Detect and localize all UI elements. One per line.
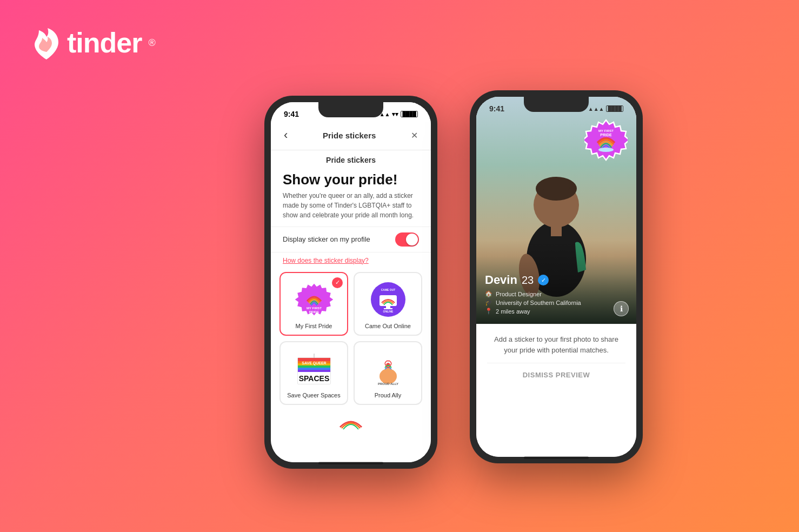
sticker-proud-ally[interactable]: PROUD ALLY Proud Ally [354, 341, 422, 405]
add-sticker-text: Add a sticker to your first photo to sha… [476, 324, 636, 363]
phone-notch-left [318, 102, 383, 117]
svg-text:PRIDE: PRIDE [309, 310, 318, 314]
my-first-pride-svg: MY FIRST PRIDE [295, 281, 333, 318]
sticker-image-mfp: MY FIRST PRIDE [295, 281, 333, 318]
save-queer-spaces-svg: SAVE QUEER SPACES [295, 353, 333, 385]
sticker-came-out-online[interactable]: CAME OUT ONLINE Came Out Online [354, 272, 422, 336]
sticker-label-mfp: My First Pride [296, 323, 332, 329]
phone-content-left: 9:41 ▲▲▲ ▾▾ ████ ‹ Pride stickers ✕ Prid… [271, 102, 431, 462]
svg-text:CAME OUT: CAME OUT [381, 288, 395, 291]
profile-distance: 📍 2 miles away [485, 308, 628, 315]
status-time-right: 9:41 [489, 104, 504, 113]
signal-icon-right: ▲▲▲ [588, 106, 604, 112]
preview-rainbow-svg [337, 414, 364, 430]
sticker-grid: ✓ [271, 269, 431, 410]
battery-icon-left: ████ [401, 111, 418, 117]
svg-rect-5 [386, 306, 390, 308]
svg-text:MY FIRST: MY FIRST [307, 307, 322, 310]
school-icon: 🎓 [485, 299, 492, 306]
toggle-label: Display sticker on my profile [283, 235, 370, 243]
profile-school: 🎓 University of Southern California [485, 299, 628, 306]
toggle-switch[interactable] [395, 232, 419, 247]
nav-bar-left: ‹ Pride stickers ✕ [271, 122, 431, 150]
profile-photo: MY FIRST PRIDE Devin 23 ✓ 🏠 P [476, 97, 636, 324]
home-indicator-left [318, 462, 383, 464]
show-pride-heading: Show your pride! [271, 168, 431, 191]
svg-text:SPACES: SPACES [298, 374, 329, 383]
sticker-image-coo: CAME OUT ONLINE [369, 281, 407, 318]
phone-right: 9:41 ▲▲▲ ████ [470, 90, 643, 463]
sticker-image-sqs: SAVE QUEER SPACES [295, 350, 333, 388]
phones-container: 9:41 ▲▲▲ ▾▾ ████ ‹ Pride stickers ✕ Prid… [0, 0, 799, 532]
phone-screen-left: 9:41 ▲▲▲ ▾▾ ████ ‹ Pride stickers ✕ Prid… [271, 102, 431, 462]
location-icon: 📍 [485, 308, 492, 315]
status-bar-right: 9:41 ▲▲▲ ████ [476, 97, 636, 116]
bottom-sticker-preview [271, 410, 431, 430]
profile-name-row: Devin 23 ✓ [485, 273, 628, 287]
profile-info-overlay: Devin 23 ✓ 🏠 Product Designer 🎓 Universi… [476, 241, 636, 324]
close-button[interactable]: ✕ [409, 128, 420, 143]
info-button[interactable]: ℹ [614, 301, 629, 316]
status-time-left: 9:41 [284, 110, 299, 118]
profile-sticker-badge: MY FIRST PRIDE [584, 118, 628, 162]
svg-rect-6 [384, 308, 392, 309]
show-pride-description: Whether you're queer or an ally, add a s… [271, 191, 431, 227]
svg-text:PROUD ALLY: PROUD ALLY [377, 382, 398, 385]
phone-screen-right: 9:41 ▲▲▲ ████ [476, 97, 636, 457]
profile-badge-svg: MY FIRST PRIDE [584, 118, 628, 162]
came-out-online-svg: CAME OUT ONLINE [370, 281, 407, 318]
svg-text:PRIDE: PRIDE [600, 133, 612, 137]
back-button[interactable]: ‹ [282, 126, 290, 144]
job-icon: 🏠 [485, 290, 492, 297]
svg-text:MY FIRST: MY FIRST [598, 129, 614, 132]
svg-text:ONLINE: ONLINE [383, 310, 394, 313]
status-icons-right: ▲▲▲ ████ [588, 105, 623, 112]
svg-rect-15 [298, 370, 330, 372]
svg-rect-26 [551, 225, 562, 236]
wifi-icon-left: ▾▾ [392, 111, 398, 118]
proud-ally-svg: PROUD ALLY [370, 350, 407, 387]
how-display-link[interactable]: How does the sticker display? [271, 252, 431, 269]
profile-age: 23 [522, 274, 534, 287]
profile-job: 🏠 Product Designer [485, 290, 628, 297]
profile-name: Devin [485, 273, 517, 287]
sticker-label-pa: Proud Ally [375, 392, 402, 398]
phone-left: 9:41 ▲▲▲ ▾▾ ████ ‹ Pride stickers ✕ Prid… [264, 96, 437, 469]
verified-badge: ✓ [538, 275, 549, 285]
sticker-label-coo: Came Out Online [365, 323, 411, 329]
battery-icon-right: ████ [606, 105, 623, 112]
home-indicator-right [524, 456, 589, 459]
nav-title-left: Pride stickers [323, 131, 376, 140]
section-title: Pride stickers [271, 150, 431, 168]
dismiss-button[interactable]: DISMISS PREVIEW [487, 363, 625, 387]
sticker-save-queer-spaces[interactable]: SAVE QUEER SPACES Save Queer Spaces [279, 341, 348, 405]
toggle-row: Display sticker on my profile [271, 227, 431, 252]
svg-text:SAVE QUEER: SAVE QUEER [302, 361, 326, 365]
svg-rect-25 [543, 181, 570, 190]
sticker-image-pa: PROUD ALLY [369, 350, 407, 388]
phone-content-right: 9:41 ▲▲▲ ████ [476, 97, 636, 457]
check-icon: ✓ [332, 277, 343, 288]
sticker-my-first-pride[interactable]: ✓ [279, 272, 348, 336]
sticker-label-sqs: Save Queer Spaces [287, 392, 340, 398]
svg-point-29 [598, 148, 614, 152]
